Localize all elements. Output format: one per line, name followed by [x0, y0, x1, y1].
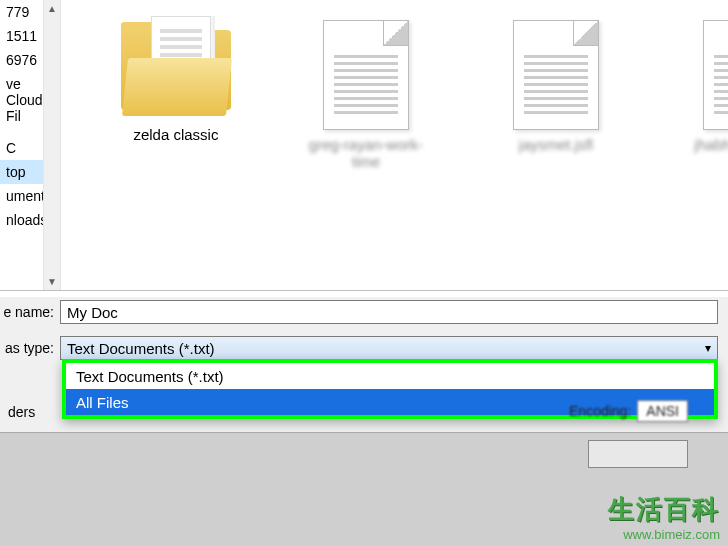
file-list-area[interactable]: zelda classic greg-rayan-work-time jaysm…	[61, 0, 728, 290]
filetype-label: as type:	[0, 340, 60, 356]
scroll-down-icon[interactable]: ▼	[47, 273, 57, 290]
file-label: jaysmet.jsfl	[519, 136, 593, 153]
dropdown-item-label: Text Documents (*.txt)	[76, 368, 224, 385]
file-label: greg-rayan-work-time	[301, 136, 431, 170]
document-icon	[703, 20, 728, 130]
encoding-label: Encoding:	[569, 403, 631, 419]
upper-pane: 779 1511 6976 ve Cloud Fil C top uments …	[0, 0, 728, 290]
dropdown-item-label: All Files	[76, 394, 129, 411]
watermark-url: www.bimeiz.com	[608, 527, 720, 542]
watermark-title: 生活百科	[608, 492, 720, 527]
sidebar-scrollbar[interactable]: ▲ ▼	[43, 0, 60, 290]
encoding-combo[interactable]: ANSI	[637, 400, 688, 422]
file-item-doc[interactable]: greg-rayan-work-time	[301, 20, 431, 170]
save-dialog-window: 779 1511 6976 ve Cloud Fil C top uments …	[0, 0, 728, 546]
filename-label: e name:	[0, 304, 60, 320]
document-icon	[513, 20, 599, 130]
file-item-doc[interactable]: jhabhai-ra-RTG	[681, 20, 728, 153]
encoding-row: Encoding: ANSI	[569, 400, 688, 422]
sidebar-item-label: top	[6, 164, 25, 180]
filename-row: e name:	[0, 297, 728, 327]
sidebar-item-label: nloads	[6, 212, 47, 228]
scroll-up-icon[interactable]: ▲	[47, 0, 57, 17]
sidebar-item-label: 1511	[6, 28, 37, 44]
folders-toggle[interactable]: ders	[0, 404, 35, 420]
filetype-value: Text Documents (*.txt)	[67, 340, 215, 357]
sidebar-item-label: ve Cloud Fil	[6, 76, 43, 124]
dropdown-item[interactable]: Text Documents (*.txt)	[66, 363, 714, 389]
sidebar-item-label: 6976	[6, 52, 37, 68]
file-item-doc[interactable]: jaysmet.jsfl	[491, 20, 621, 153]
file-icons-row: zelda classic greg-rayan-work-time jaysm…	[91, 20, 728, 170]
filename-input[interactable]	[60, 300, 718, 324]
sidebar-item-label: C	[6, 140, 16, 156]
save-button[interactable]	[588, 440, 688, 468]
file-label: jhabhai-ra-RTG	[694, 136, 728, 153]
watermark: 生活百科 www.bimeiz.com	[608, 492, 720, 542]
horizontal-divider	[0, 290, 728, 291]
sidebar-item-label: 779	[6, 4, 29, 20]
document-icon	[323, 20, 409, 130]
file-item-folder[interactable]: zelda classic	[111, 20, 241, 143]
sidebar-nav: 779 1511 6976 ve Cloud Fil C top uments …	[0, 0, 61, 290]
file-label: zelda classic	[133, 126, 218, 143]
filetype-combo[interactable]: Text Documents (*.txt) ▾	[60, 336, 718, 360]
chevron-down-icon: ▾	[705, 341, 711, 355]
folder-icon	[121, 20, 231, 120]
